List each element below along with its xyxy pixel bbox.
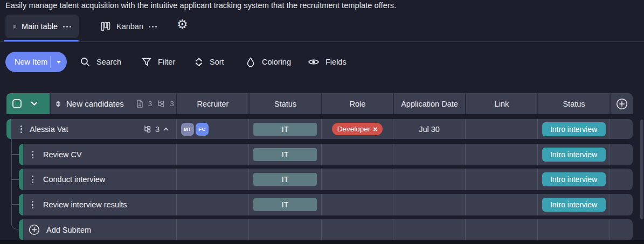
- subitems-toggle[interactable]: 3: [143, 125, 176, 134]
- expand-collapse-updown-icon[interactable]: [55, 100, 61, 108]
- role-cell[interactable]: [321, 169, 393, 190]
- select-all-checkbox[interactable]: [12, 99, 22, 108]
- tab-kanban-more-icon[interactable]: [149, 26, 157, 27]
- add-subitem-button[interactable]: Add Subitem: [23, 219, 176, 240]
- status-cell[interactable]: IT: [248, 169, 321, 190]
- status-chip[interactable]: IT: [253, 148, 317, 161]
- group-title-cell[interactable]: New candidates 3 3: [50, 93, 176, 114]
- role-cell[interactable]: [321, 144, 393, 165]
- link-cell[interactable]: [465, 169, 537, 190]
- column-header-application-date[interactable]: Application Date: [393, 93, 465, 114]
- files-count-icon: [136, 100, 143, 108]
- link-cell[interactable]: [465, 194, 537, 215]
- stage-cell[interactable]: Intro interview: [537, 169, 610, 190]
- link-cell[interactable]: [465, 119, 537, 139]
- fields-button[interactable]: Fields: [308, 52, 347, 72]
- subitem-row-conduct-interview[interactable]: Conduct interview IT Intro interview: [19, 169, 633, 190]
- role-cell[interactable]: Developer ×: [321, 119, 393, 139]
- filter-button[interactable]: Filter: [141, 52, 175, 72]
- sort-icon: [194, 57, 204, 67]
- stage-cell[interactable]: Intro interview: [537, 119, 610, 139]
- group-color-bar: [19, 219, 23, 240]
- search-button[interactable]: Search: [80, 52, 121, 72]
- status-chip[interactable]: IT: [253, 123, 317, 136]
- column-header-recruiter[interactable]: Recruiter: [176, 93, 248, 114]
- role-cell[interactable]: [321, 194, 393, 215]
- add-column-button[interactable]: [610, 93, 633, 114]
- fields-label: Fields: [326, 58, 347, 66]
- column-header-status[interactable]: Status: [248, 93, 321, 114]
- recruiter-cell[interactable]: [176, 169, 248, 190]
- group-title[interactable]: New candidates: [66, 99, 124, 108]
- new-item-label: New Item: [5, 58, 47, 66]
- board-description: Easily manage talent acquisition with th…: [5, 1, 396, 10]
- subitem-name[interactable]: Review interview results: [43, 200, 127, 209]
- application-date-cell[interactable]: [393, 169, 465, 190]
- item-name[interactable]: Alessia Vat: [30, 125, 68, 134]
- row-menu-kebab-icon[interactable]: [32, 176, 33, 183]
- subitem-name-cell[interactable]: Review CV: [23, 144, 176, 165]
- vertical-scrollbar[interactable]: [640, 120, 643, 219]
- status-cell[interactable]: IT: [248, 119, 321, 139]
- new-item-button[interactable]: New Item: [5, 52, 67, 72]
- column-header-link[interactable]: Link: [465, 93, 537, 114]
- collapse-subitems-chevron-up-icon[interactable]: [163, 127, 169, 131]
- group-collapse-chevron-down-icon[interactable]: [31, 101, 38, 106]
- tab-kanban[interactable]: Kanban: [93, 15, 164, 38]
- group-color-bar: [19, 194, 23, 215]
- status-chip[interactable]: IT: [253, 198, 317, 211]
- row-menu-kebab-icon[interactable]: [32, 151, 33, 158]
- stage-chip[interactable]: Intro interview: [542, 148, 606, 162]
- coloring-button[interactable]: Coloring: [245, 52, 291, 72]
- column-header-status2[interactable]: Status: [537, 93, 610, 114]
- avatar[interactable]: MT: [181, 123, 194, 136]
- subitem-row-review-interview-results[interactable]: Review interview results IT Intro interv…: [19, 194, 633, 215]
- board-settings-gear-icon[interactable]: ⚙: [177, 18, 188, 31]
- link-cell[interactable]: [465, 144, 537, 165]
- stage-cell[interactable]: Intro interview: [537, 194, 610, 215]
- tabbar-divider: [0, 41, 644, 42]
- filter-icon: [141, 57, 152, 67]
- tab-more-icon[interactable]: [63, 26, 71, 27]
- avatar[interactable]: FC: [196, 123, 209, 136]
- column-header-role[interactable]: Role: [321, 93, 393, 114]
- group-color-bar: [19, 169, 23, 190]
- subitem-row-review-cv[interactable]: Review CV IT Intro interview: [19, 144, 633, 165]
- role-tag[interactable]: Developer ×: [332, 123, 383, 135]
- recruitment-board: Easily manage talent acquisition with th…: [0, 0, 644, 244]
- subitems-tree-icon: [143, 125, 151, 133]
- stage-chip[interactable]: Intro interview: [542, 122, 606, 136]
- add-subitem-row[interactable]: Add Subitem: [19, 219, 633, 240]
- status-cell[interactable]: IT: [248, 194, 321, 215]
- recruiter-cell[interactable]: [176, 144, 248, 165]
- sort-button[interactable]: Sort: [194, 52, 224, 72]
- recruiter-cell[interactable]: [176, 194, 248, 215]
- row-end-cell: [610, 144, 633, 165]
- row-end-cell: [610, 219, 633, 240]
- subitem-name[interactable]: Conduct interview: [43, 175, 105, 184]
- row-end-cell: [610, 194, 633, 215]
- subitem-name[interactable]: Review CV: [43, 150, 82, 159]
- row-end-cell: [610, 169, 633, 190]
- recruiter-cell[interactable]: MT FC: [176, 119, 248, 139]
- role-remove-icon[interactable]: ×: [373, 126, 377, 133]
- item-name-cell[interactable]: Alessia Vat 3: [11, 119, 176, 139]
- row-menu-kebab-icon[interactable]: [20, 126, 22, 133]
- stage-cell[interactable]: Intro interview: [537, 144, 610, 165]
- application-date-cell[interactable]: Jul 30: [393, 119, 465, 139]
- status-cell[interactable]: IT: [248, 144, 321, 165]
- stage-chip[interactable]: Intro interview: [542, 172, 606, 186]
- empty-cell: [176, 219, 248, 240]
- new-item-dropdown-caret[interactable]: [51, 61, 67, 64]
- stage-chip[interactable]: Intro interview: [542, 198, 606, 212]
- files-count: 3: [148, 100, 153, 108]
- item-row-alessia-vat[interactable]: Alessia Vat 3 MT FC IT Developer ×: [6, 119, 633, 139]
- row-menu-kebab-icon[interactable]: [32, 201, 33, 208]
- subitem-name-cell[interactable]: Review interview results: [23, 194, 176, 215]
- tab-main-table[interactable]: Main table: [5, 15, 79, 38]
- sort-label: Sort: [210, 58, 224, 66]
- application-date-cell[interactable]: [393, 144, 465, 165]
- subitem-name-cell[interactable]: Conduct interview: [23, 169, 176, 190]
- application-date-cell[interactable]: [393, 194, 465, 215]
- status-chip[interactable]: IT: [253, 173, 317, 186]
